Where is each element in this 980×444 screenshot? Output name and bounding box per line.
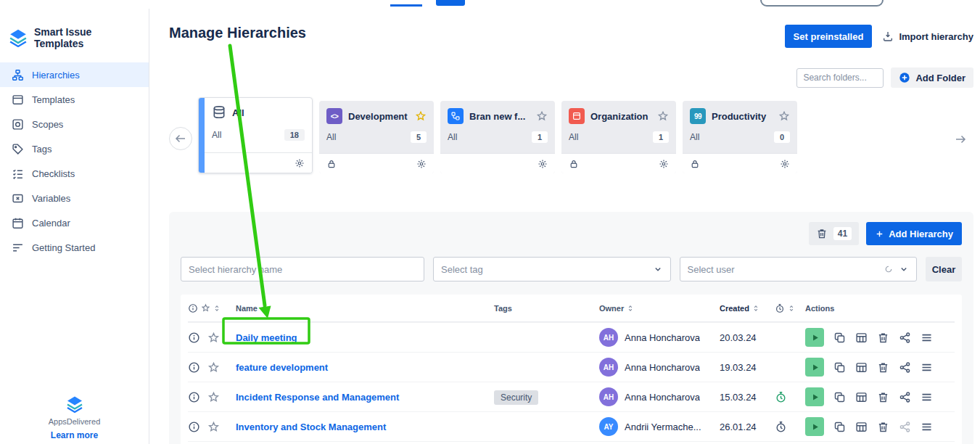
lock-icon <box>690 159 700 169</box>
user-filter-select[interactable]: Select user <box>680 257 918 281</box>
sort-icon[interactable] <box>260 305 268 312</box>
folder-settings-button[interactable] <box>659 159 669 169</box>
sort-icon[interactable] <box>627 305 634 312</box>
run-hierarchy-button[interactable] <box>805 387 824 406</box>
sidebar-item-hierarchies[interactable]: Hierarchies <box>0 62 149 87</box>
folder-card-productivity[interactable]: 99 Productivity All 0 <box>683 101 797 173</box>
hierarchy-name-link[interactable]: Inventory and Stock Management <box>236 422 386 432</box>
add-hierarchy-button[interactable]: Add Hierarchy <box>866 222 962 245</box>
active-tab-underline <box>390 4 422 7</box>
sort-icon[interactable] <box>213 305 221 312</box>
sidebar-item-variables[interactable]: Variables <box>0 186 149 210</box>
hierarchy-name-link[interactable]: feature development <box>236 362 328 373</box>
row-info-button[interactable] <box>188 332 200 344</box>
copy-icon <box>833 361 846 374</box>
page-title: Manage Hierarchies <box>169 25 306 41</box>
import-hierarchy-button[interactable]: Import hierarchy <box>882 30 973 42</box>
play-icon <box>810 392 820 402</box>
folder-settings-button[interactable] <box>780 159 790 169</box>
sidebar-item-scopes[interactable]: Scopes <box>0 112 149 136</box>
set-preinstalled-button[interactable]: Set preinstalled <box>785 25 873 48</box>
sidebar-item-getting-started[interactable]: Getting Started <box>0 235 149 260</box>
star-icon[interactable] <box>415 110 427 122</box>
sidebar-item-tags[interactable]: Tags <box>0 136 149 161</box>
row-info-button[interactable] <box>188 391 200 403</box>
hierarchy-name-link[interactable]: Incident Response and Management <box>236 392 399 403</box>
timer-icon <box>775 303 785 313</box>
delete-button[interactable] <box>877 421 889 433</box>
column-header-owner[interactable]: Owner <box>599 304 624 313</box>
folder-card-organization[interactable]: Organization All 1 <box>561 101 676 173</box>
run-hierarchy-button[interactable] <box>805 328 824 347</box>
carousel-left-button[interactable] <box>169 127 192 150</box>
header-actions: Set preinstalled Import hierarchy <box>785 25 973 48</box>
row-star-button[interactable] <box>207 361 220 374</box>
top-search-field-partial[interactable] <box>760 0 884 7</box>
sidebar-item-calendar[interactable]: Calendar <box>0 210 149 235</box>
sidebar-item-checklists[interactable]: Checklists <box>0 161 149 186</box>
share-button[interactable] <box>899 391 911 403</box>
more-menu-button[interactable] <box>921 332 933 344</box>
more-menu-button[interactable] <box>921 421 933 433</box>
add-folder-button[interactable]: Add Folder <box>891 67 973 88</box>
row-star-button[interactable] <box>207 332 220 344</box>
table-view-button[interactable] <box>855 332 868 344</box>
share-button[interactable] <box>899 361 911 374</box>
trash-icon <box>877 421 889 433</box>
folder-settings-button[interactable] <box>416 159 427 169</box>
more-menu-button[interactable] <box>921 361 933 374</box>
hierarchy-name-link[interactable]: Daily meeting <box>236 332 297 343</box>
copy-button[interactable] <box>833 332 846 344</box>
search-folders-input[interactable] <box>796 68 884 88</box>
delete-button[interactable] <box>877 332 889 344</box>
table-view-button[interactable] <box>855 361 868 374</box>
hierarchy-name-filter-input[interactable] <box>181 257 424 281</box>
copy-button[interactable] <box>833 361 846 374</box>
more-menu-button[interactable] <box>921 391 933 403</box>
carousel-right-button[interactable] <box>952 131 969 148</box>
table-view-button[interactable] <box>855 421 868 433</box>
templates-icon <box>12 94 24 106</box>
hierarchies-table: Name Tags Owner Created Actions Daily me… <box>181 295 962 444</box>
folder-settings-button[interactable] <box>538 159 548 169</box>
add-folder-label: Add Folder <box>915 73 965 83</box>
import-hierarchy-label: Import hierarchy <box>899 31 973 42</box>
sort-icon[interactable] <box>788 305 795 312</box>
tag-filter-select[interactable]: Select tag <box>433 257 671 281</box>
sidebar-item-label: Checklists <box>32 168 75 179</box>
delete-button[interactable] <box>877 391 889 403</box>
folder-card-development[interactable]: <> Development All 5 <box>319 101 434 173</box>
folder-card-all[interactable]: All All 18 <box>198 97 313 173</box>
copy-icon <box>833 421 846 433</box>
folder-card-bran-new[interactable]: Bran new f... All 1 <box>440 101 555 173</box>
owner-name: Anna Honcharova <box>625 392 700 403</box>
row-star-button[interactable] <box>207 421 220 433</box>
top-nav-button-partial[interactable] <box>436 0 465 6</box>
share-button[interactable] <box>899 421 911 433</box>
star-icon[interactable] <box>201 303 210 313</box>
sort-icon[interactable] <box>752 305 759 312</box>
star-icon[interactable] <box>657 110 669 122</box>
bulk-delete-button[interactable]: 41 <box>809 222 859 245</box>
run-hierarchy-button[interactable] <box>805 417 824 436</box>
share-button[interactable] <box>899 332 911 344</box>
table-view-button[interactable] <box>855 391 868 403</box>
sidebar-item-label: Variables <box>32 193 70 204</box>
column-header-name[interactable]: Name <box>236 304 258 313</box>
copy-button[interactable] <box>833 391 846 403</box>
row-info-button[interactable] <box>188 421 200 433</box>
learn-more-link[interactable]: Learn more <box>51 430 98 440</box>
sidebar-item-templates[interactable]: Templates <box>0 87 149 112</box>
column-header-created[interactable]: Created <box>720 304 749 313</box>
clear-filters-button[interactable]: Clear <box>926 257 962 281</box>
menu-icon <box>921 332 933 344</box>
delete-button[interactable] <box>877 361 889 374</box>
folder-settings-button[interactable] <box>295 158 305 168</box>
row-star-button[interactable] <box>207 391 220 403</box>
star-icon[interactable] <box>778 110 790 122</box>
row-info-button[interactable] <box>188 361 200 374</box>
copy-button[interactable] <box>833 421 846 433</box>
avatar: AH <box>599 328 618 347</box>
star-icon[interactable] <box>536 110 548 122</box>
run-hierarchy-button[interactable] <box>805 358 824 377</box>
